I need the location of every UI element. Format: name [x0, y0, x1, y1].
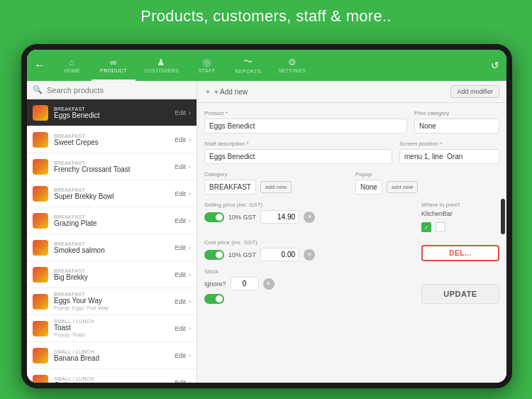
item-text: BREAKFAST Smoked salmon [54, 241, 174, 254]
edit-button[interactable]: Edit [174, 352, 186, 359]
del-button-group: DEL... [421, 245, 499, 261]
where-to-print-label: Where to print? [421, 202, 499, 208]
product-icon: ∞ [110, 57, 117, 67]
item-name: Eggs Benedict [54, 111, 174, 119]
list-item[interactable]: SMALL / LUNCH Banana Bread Edit › [27, 342, 196, 369]
form-group-cost: Cost price (inc. GST) 10% GST ✕ [204, 239, 414, 261]
nav-home-label: HOME [64, 68, 80, 73]
toggle-stock[interactable] [204, 294, 224, 304]
list-item[interactable]: BREAKFAST Eggs Benedict Edit › [27, 99, 196, 126]
nav-item-customers[interactable]: ♟ CUSTOMERS [135, 50, 187, 81]
edit-button[interactable]: Edit [174, 163, 186, 170]
chevron-right-icon: › [189, 352, 191, 359]
item-color-icon [33, 105, 48, 121]
stock-input[interactable] [231, 277, 259, 290]
list-item[interactable]: BREAKFAST Super Brekky Bowl Edit › [27, 180, 196, 207]
cost-price-input[interactable] [260, 248, 299, 261]
clear-stock-button[interactable]: ✕ [263, 278, 275, 290]
edit-button[interactable]: Edit [174, 298, 186, 305]
chevron-right-icon: › [189, 271, 191, 278]
back-arrow-icon: ← [34, 59, 45, 72]
update-button[interactable]: UPDATE [421, 284, 499, 304]
form-group-popup: Popup None add new [355, 171, 499, 195]
nav-refresh-button[interactable]: ↺ [484, 50, 506, 81]
edit-button[interactable]: Edit [174, 217, 186, 224]
item-name: Banana Bread [54, 354, 174, 362]
edit-button[interactable]: Edit [174, 244, 186, 251]
device-frame: ← ⌂ HOME ∞ PRODUCT ♟ CUSTOMERS ◎ STAFF 〜… [21, 44, 512, 388]
item-category: BREAKFAST [54, 133, 174, 138]
item-text: SMALL / LUNCH Banana Bread [54, 349, 174, 362]
clear-selling-button[interactable]: ✕ [304, 212, 315, 223]
edit-button[interactable]: Edit [174, 190, 186, 197]
item-category: BREAKFAST [54, 106, 174, 111]
item-category: BREAKFAST [54, 241, 174, 246]
chevron-right-icon: › [189, 325, 191, 332]
staff-desc-label: Staff description * [204, 141, 392, 147]
edit-button[interactable]: Edit [174, 379, 186, 383]
edit-button[interactable]: Edit [174, 109, 186, 116]
screen-pos-input[interactable] [399, 149, 499, 164]
nav-item-reports[interactable]: 〜 REPORTS [226, 50, 270, 81]
print-checkboxes: ✓ [421, 222, 499, 232]
right-toolbar: ＋ + Add new Add modifier [197, 81, 506, 103]
edit-button[interactable]: Edit [174, 271, 186, 278]
category-select[interactable]: BREAKFAST [204, 180, 256, 195]
form-group-screen-pos: Screen position * [399, 141, 499, 164]
list-item[interactable]: SMALL / LUNCH Croissant Edit › [27, 369, 196, 383]
edit-button[interactable]: Edit [174, 325, 186, 332]
item-color-icon [33, 267, 48, 283]
list-item[interactable]: BREAKFAST Smoked salmon Edit › [27, 234, 196, 261]
item-category: BREAKFAST [54, 268, 174, 273]
item-text: BREAKFAST Eggs Benedict [54, 106, 174, 119]
add-new-category-button[interactable]: add new [260, 181, 292, 193]
list-item[interactable]: BREAKFAST Grazing Plate Edit › [27, 207, 196, 234]
list-item[interactable]: BREAKFAST Big Brekky Edit › [27, 261, 196, 288]
customers-icon: ♟ [157, 57, 166, 67]
form-group-stock: Stock Ignore? ✕ [204, 268, 414, 304]
list-item[interactable]: SMALL / LUNCH Toast Popup: Toast Edit › [27, 315, 196, 342]
item-actions: Edit › [174, 136, 191, 143]
item-text: BREAKFAST Grazing Plate [54, 214, 174, 227]
refresh-icon: ↺ [491, 60, 499, 71]
add-new-button[interactable]: ＋ + Add new [204, 87, 248, 97]
print-category-select[interactable]: None [414, 119, 499, 133]
product-input[interactable] [204, 119, 407, 133]
nav-item-settings[interactable]: ⚙ SETTINGS [270, 50, 314, 81]
item-text: BREAKFAST Sweet Crepes [54, 133, 174, 146]
add-new-popup-button[interactable]: add new [387, 181, 418, 193]
popup-select[interactable]: None [355, 180, 382, 195]
left-panel: 🔍 BREAKFAST Eggs Benedict Edit › [27, 81, 197, 383]
form-group-product: Product * [204, 110, 407, 133]
chevron-right-icon: › [189, 244, 191, 251]
nav-item-staff[interactable]: ◎ STAFF [187, 50, 226, 81]
selling-price-input[interactable] [260, 210, 299, 224]
nav-settings-label: SETTINGS [278, 68, 306, 73]
bar-checkbox[interactable] [436, 222, 445, 232]
form-group-category: Category BREAKFAST add new [204, 171, 348, 195]
toggle-selling[interactable] [204, 212, 224, 222]
where-to-print-options: KitchenBar ✓ [421, 210, 499, 232]
search-input[interactable] [47, 86, 191, 94]
nav-back-button[interactable]: ← [27, 50, 52, 81]
list-item[interactable]: BREAKFAST Eggs Your Way Popup: Eggs Your… [27, 288, 196, 315]
edit-button[interactable]: Edit [174, 136, 186, 143]
chevron-right-icon: › [189, 217, 191, 224]
delete-button[interactable]: DEL... [421, 245, 499, 261]
staff-desc-input[interactable] [204, 149, 392, 164]
toggle-cost[interactable] [204, 250, 224, 260]
item-text: SMALL / LUNCH Toast Popup: Toast [54, 319, 174, 338]
home-icon: ⌂ [69, 57, 74, 67]
category-row: BREAKFAST add new [204, 180, 348, 195]
nav-item-home[interactable]: ⌂ HOME [52, 50, 92, 81]
list-item[interactable]: BREAKFAST Frenchy Croissant Toast Edit › [27, 153, 196, 180]
kitchen-checkbox[interactable]: ✓ [421, 222, 431, 232]
clear-cost-button[interactable]: ✕ [304, 249, 315, 261]
item-color-icon [33, 321, 48, 337]
item-text: BREAKFAST Super Brekky Bowl [54, 187, 174, 200]
form-group-staff-desc: Staff description * [204, 141, 392, 164]
item-text: SMALL / LUNCH Croissant [54, 376, 174, 383]
list-item[interactable]: BREAKFAST Sweet Crepes Edit › [27, 126, 196, 153]
add-modifier-button[interactable]: Add modifier [450, 85, 499, 98]
nav-item-product[interactable]: ∞ PRODUCT [92, 50, 135, 81]
